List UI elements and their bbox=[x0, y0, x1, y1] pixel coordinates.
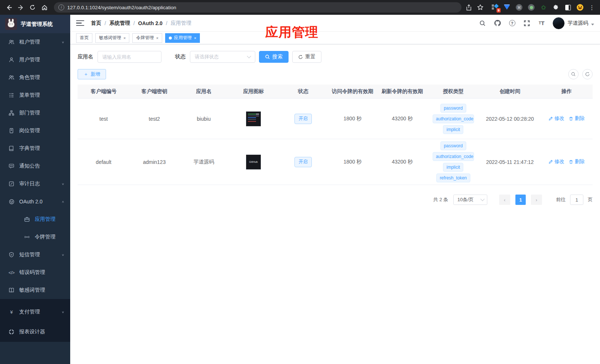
sidebar-item-user[interactable]: 用户管理 bbox=[0, 51, 70, 69]
header-search-icon[interactable] bbox=[479, 20, 486, 27]
sidebar-toggle-icon[interactable] bbox=[76, 20, 84, 26]
github-icon[interactable] bbox=[494, 20, 501, 27]
browser-forward-icon[interactable] bbox=[16, 2, 26, 13]
sidebar-item-pay[interactable]: ¥ 支付管理 ∨ bbox=[0, 302, 70, 322]
site-info-icon[interactable]: i bbox=[58, 4, 64, 10]
username: 芋道源码 bbox=[567, 20, 588, 27]
extension-blocks-icon[interactable]: 9 bbox=[491, 4, 498, 11]
breadcrumb-separator: / bbox=[133, 20, 135, 26]
prev-page-button[interactable]: ‹ bbox=[499, 195, 510, 205]
sidebar-item-oauth-application[interactable]: 应用管理 bbox=[0, 210, 70, 228]
browser-reload-icon[interactable] bbox=[27, 2, 38, 13]
split-view-icon[interactable] bbox=[564, 4, 572, 11]
breadcrumb-current: 应用管理 bbox=[171, 20, 191, 27]
dictionary-icon bbox=[8, 145, 15, 151]
breadcrumb-separator: / bbox=[166, 20, 167, 26]
tab-application[interactable]: 应用管理 × bbox=[165, 33, 200, 43]
page-number-button[interactable]: 1 bbox=[515, 195, 526, 205]
edit-button[interactable]: 修改 bbox=[548, 115, 564, 122]
sidebar-item-sensitive-word[interactable]: 敏感词管理 bbox=[0, 281, 70, 299]
goto-label: 前往 bbox=[556, 196, 566, 203]
sidebar-item-menu[interactable]: 菜单管理 bbox=[0, 86, 70, 104]
bookmark-star-icon[interactable] bbox=[477, 4, 484, 11]
chevron-down-icon: ∨ bbox=[62, 41, 64, 44]
fullscreen-icon[interactable] bbox=[523, 20, 531, 27]
extension-command-icon[interactable]: ⌘ bbox=[515, 4, 523, 11]
page-unit-label: 页 bbox=[588, 196, 593, 203]
tab-home[interactable]: 首页 bbox=[76, 33, 92, 43]
extensions-puzzle-icon[interactable] bbox=[552, 4, 559, 11]
font-size-icon[interactable]: TT bbox=[538, 20, 545, 27]
reset-button[interactable]: 重置 bbox=[292, 51, 321, 63]
tab-sensitive-word[interactable]: 敏感词管理 × bbox=[95, 33, 129, 43]
shield-check-icon bbox=[8, 252, 15, 258]
edit-button[interactable]: 修改 bbox=[548, 158, 564, 165]
sidebar-item-audit-log[interactable]: 审计日志 ∨ bbox=[0, 175, 70, 193]
user-menu[interactable]: 芋道源码 bbox=[553, 17, 594, 29]
table-toolbar: ＋ 新增 bbox=[78, 69, 593, 79]
next-page-button[interactable]: › bbox=[531, 195, 542, 205]
chevron-down-icon bbox=[480, 197, 484, 201]
page-size-select[interactable]: 10条/页 bbox=[453, 195, 487, 205]
grant-type-tags: password authorization_code implicit ref… bbox=[429, 141, 478, 182]
table-row[interactable]: default admin123 芋道源码 GitHub 开启 1800 秒 4… bbox=[78, 139, 593, 185]
app-logo-band[interactable]: 芋道管理系统 bbox=[0, 15, 70, 33]
goto-page-input[interactable] bbox=[570, 195, 583, 205]
close-icon[interactable]: × bbox=[123, 36, 126, 40]
extension-recorder-icon[interactable] bbox=[528, 4, 535, 11]
search-button[interactable]: 搜索 bbox=[259, 51, 289, 63]
browser-menu-icon[interactable]: ⋮ bbox=[587, 4, 596, 11]
status-select[interactable]: 请选择状态 bbox=[190, 51, 255, 63]
chevron-down-icon: ∨ bbox=[62, 253, 64, 257]
org-chart-icon bbox=[8, 110, 15, 116]
help-icon[interactable]: ? bbox=[508, 20, 516, 27]
sidebar-item-oauth-token[interactable]: 令牌管理 bbox=[0, 228, 70, 246]
avatar bbox=[553, 17, 565, 29]
close-icon[interactable]: × bbox=[194, 36, 196, 40]
table-row[interactable]: test test2 biubiu 开启 1800 秒 43200 秒 pass… bbox=[78, 99, 593, 139]
breadcrumb-oauth[interactable]: OAuth 2.0 bbox=[138, 20, 163, 26]
app-name-label: 应用名 bbox=[78, 54, 93, 60]
browser-back-icon[interactable] bbox=[4, 2, 14, 13]
url-text[interactable]: 127.0.0.1:1024/system/oauth2/oauth2/appl… bbox=[67, 5, 176, 10]
applications-table: 客户端编号 客户端密钥 应用名 应用图标 状态 访问令牌的有效期 刷新令牌的有效… bbox=[78, 85, 593, 185]
browser-home-icon[interactable] bbox=[39, 2, 50, 13]
sidebar-item-report-designer[interactable]: 报表设计器 bbox=[0, 322, 70, 342]
application-briefcase-icon bbox=[24, 216, 30, 222]
delete-button[interactable]: 删除 bbox=[569, 158, 584, 165]
app-icon-thumbnail bbox=[246, 111, 261, 126]
close-icon[interactable]: × bbox=[156, 36, 158, 40]
address-bar[interactable]: i 127.0.0.1:1024/system/oauth2/oauth2/ap… bbox=[54, 2, 461, 13]
profile-avatar-icon[interactable] bbox=[576, 4, 584, 11]
sidebar-item-tenant[interactable]: 租户管理 ∨ bbox=[0, 33, 70, 51]
sidebar-secondary-section: ¥ 支付管理 ∨ 报表设计器 bbox=[0, 299, 70, 342]
sidebar-item-sms[interactable]: 短信管理 ∨ bbox=[0, 246, 70, 264]
breadcrumb: 首页 / 系统管理 / OAuth 2.0 / 应用管理 bbox=[91, 20, 191, 27]
breadcrumb-system[interactable]: 系统管理 bbox=[109, 20, 130, 27]
show-search-toggle-icon[interactable] bbox=[568, 69, 579, 79]
refresh-icon[interactable] bbox=[582, 69, 593, 79]
delete-button[interactable]: 删除 bbox=[569, 115, 584, 122]
tab-token[interactable]: 令牌管理 × bbox=[132, 33, 162, 43]
sidebar-item-role[interactable]: 角色管理 bbox=[0, 69, 70, 86]
sidebar-item-notice[interactable]: 通知公告 bbox=[0, 157, 70, 175]
notice-chat-icon bbox=[8, 163, 15, 169]
extension-badge: 9 bbox=[497, 8, 501, 13]
sidebar-item-error-code[interactable]: </> 错误码管理 bbox=[0, 264, 70, 281]
report-designer-icon bbox=[8, 329, 15, 335]
extension-gem-icon[interactable] bbox=[503, 4, 511, 11]
extension-star-icon[interactable]: ✩ bbox=[540, 4, 547, 11]
add-button[interactable]: ＋ 新增 bbox=[78, 69, 106, 79]
breadcrumb-separator: / bbox=[105, 20, 106, 26]
sidebar-item-dict[interactable]: 字典管理 bbox=[0, 140, 70, 157]
share-icon[interactable] bbox=[466, 4, 472, 11]
sidebar-item-post[interactable]: 岗位管理 bbox=[0, 122, 70, 140]
menu-tree-icon bbox=[8, 92, 15, 98]
caret-down-icon bbox=[591, 24, 594, 25]
page-content: 应用名 状态 请选择状态 搜索 重置 bbox=[70, 44, 600, 205]
sidebar-item-dept[interactable]: 部门管理 bbox=[0, 104, 70, 122]
app-name-input[interactable] bbox=[98, 51, 161, 63]
oauth-robot-icon bbox=[8, 199, 15, 205]
sidebar-item-oauth[interactable]: OAuth 2.0 ∧ bbox=[0, 193, 70, 210]
breadcrumb-home[interactable]: 首页 bbox=[91, 20, 101, 27]
